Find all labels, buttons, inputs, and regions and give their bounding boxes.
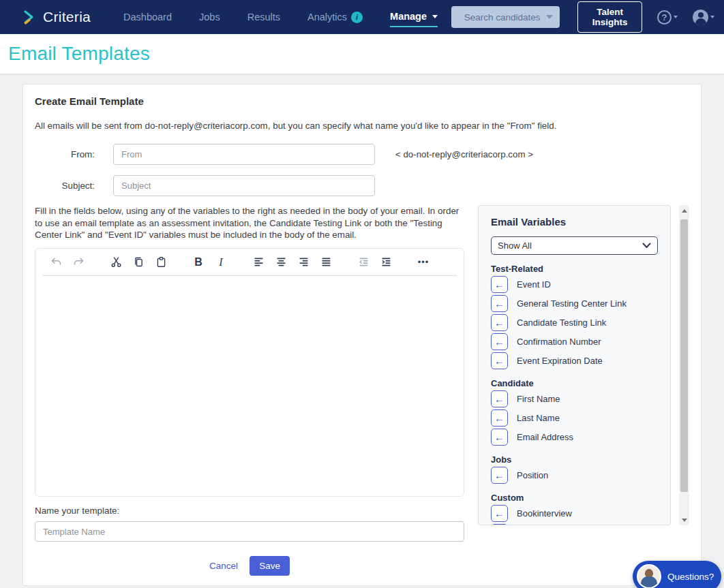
- variable-label: Event ID: [517, 279, 551, 290]
- cancel-button[interactable]: Cancel: [209, 561, 238, 571]
- variable-item: ←First Name: [491, 390, 658, 407]
- insert-variable-button[interactable]: ←: [491, 524, 508, 525]
- variable-group-heading: Jobs: [491, 454, 658, 465]
- page: Criteria Dashboard Jobs Results Analytic…: [0, 0, 724, 588]
- search-candidates-input[interactable]: Search candidates: [451, 6, 560, 28]
- more-tools-icon[interactable]: •••: [415, 254, 432, 270]
- align-left-icon[interactable]: [250, 254, 267, 270]
- insert-variable-button[interactable]: ←: [491, 295, 508, 312]
- variable-group-heading: Candidate: [491, 378, 658, 388]
- indent-icon[interactable]: [378, 254, 394, 270]
- insert-variable-button[interactable]: ←: [491, 314, 508, 331]
- variables-filter-value: Show All: [498, 241, 642, 251]
- variable-item: ←Confirmation Number: [491, 333, 658, 350]
- brand-name: Criteria: [43, 9, 91, 25]
- paste-icon[interactable]: [153, 254, 169, 270]
- template-name-input[interactable]: [35, 521, 464, 542]
- info-icon[interactable]: i: [351, 12, 363, 23]
- variables-filter-select[interactable]: Show All: [491, 236, 658, 255]
- nav-item-manage[interactable]: Manage: [376, 0, 451, 34]
- questions-chat-button[interactable]: Questions?: [633, 561, 721, 588]
- variable-label: Email Address: [517, 432, 573, 442]
- align-right-icon[interactable]: [295, 254, 312, 270]
- align-justify-icon[interactable]: [318, 254, 334, 270]
- variable-group-heading: Test-Related: [491, 264, 658, 274]
- account-menu[interactable]: [693, 10, 714, 25]
- chevron-down-icon: [674, 16, 678, 18]
- main-content: Create Email Template All emails will be…: [0, 74, 724, 586]
- align-center-icon[interactable]: [273, 254, 289, 270]
- variable-item: ←Event Expiration Date: [491, 352, 658, 369]
- card-title: Create Email Template: [35, 95, 689, 107]
- questions-label: Questions?: [667, 572, 714, 582]
- variable-label: Candidate Testing Link: [517, 318, 606, 328]
- variable-item: ←General Testing Center Link: [491, 295, 658, 312]
- variable-group-heading: Custom: [491, 493, 658, 503]
- email-variables-panel: Email Variables Show All Test-Related←Ev…: [478, 205, 671, 525]
- variable-label: Bookinterview: [517, 508, 572, 519]
- from-input[interactable]: [113, 144, 375, 165]
- chevron-down-icon: [710, 16, 714, 18]
- top-navbar: Criteria Dashboard Jobs Results Analytic…: [0, 0, 724, 34]
- variable-item: ←Bookinterview: [491, 505, 658, 522]
- rich-text-editor: B I: [35, 248, 464, 497]
- insert-variable-button[interactable]: ←: [491, 276, 508, 293]
- talent-insights-button[interactable]: Talent Insights: [577, 1, 642, 33]
- chevron-down-icon: [432, 15, 438, 18]
- insert-variable-button[interactable]: ←: [491, 352, 508, 369]
- insert-variable-button[interactable]: ←: [491, 467, 508, 484]
- bold-icon[interactable]: B: [190, 254, 207, 270]
- insert-variable-button[interactable]: ←: [491, 390, 508, 407]
- email-body-editor[interactable]: [35, 276, 464, 496]
- intro-text: All emails will be sent from do-not-repl…: [35, 121, 689, 131]
- outdent-icon[interactable]: [355, 254, 372, 270]
- variable-item: ←Last Name: [491, 409, 658, 427]
- italic-icon[interactable]: I: [213, 254, 229, 270]
- nav-item-analytics[interactable]: Analytics i: [294, 0, 376, 34]
- variable-label: Position: [517, 470, 548, 480]
- help-menu[interactable]: ?: [657, 10, 678, 25]
- criteria-x-logo-icon: [23, 9, 40, 25]
- page-header: Email Templates: [0, 34, 724, 74]
- variable-item: ←Candidate Testing Link: [491, 314, 658, 331]
- user-avatar-icon[interactable]: [693, 10, 708, 25]
- help-icon[interactable]: ?: [657, 10, 672, 25]
- insert-variable-button[interactable]: ←: [491, 429, 508, 446]
- insert-variable-button[interactable]: ←: [491, 505, 508, 522]
- insert-variable-button[interactable]: ←: [491, 409, 508, 427]
- undo-icon[interactable]: [48, 254, 64, 270]
- support-agent-avatar: [637, 564, 661, 588]
- main-nav: Dashboard Jobs Results Analytics i Manag…: [110, 0, 451, 34]
- criteria-logo[interactable]: Criteria: [23, 9, 91, 25]
- create-template-card: Create Email Template All emails will be…: [22, 84, 702, 586]
- from-address-text: < do-not-reply@criteriacorp.com >: [395, 149, 533, 159]
- nav-item-dashboard[interactable]: Dashboard: [110, 0, 185, 34]
- scrollbar-down-arrow-icon[interactable]: [679, 514, 689, 525]
- editor-toolbar: B I: [42, 249, 457, 276]
- variable-item: ←Position: [491, 467, 658, 484]
- redo-icon[interactable]: [70, 254, 87, 270]
- variables-panel-title: Email Variables: [491, 216, 658, 228]
- nav-item-results[interactable]: Results: [234, 0, 294, 34]
- template-name-label: Name your template:: [35, 506, 464, 516]
- variable-label: Event Expiration Date: [517, 356, 603, 366]
- variables-scrollbar[interactable]: [679, 205, 689, 525]
- subject-label: Subject:: [35, 181, 95, 191]
- from-label: From:: [35, 149, 95, 159]
- subject-input[interactable]: [113, 175, 375, 196]
- from-row: From: < do-not-reply@criteriacorp.com >: [35, 144, 689, 165]
- save-button[interactable]: Save: [250, 556, 290, 576]
- copy-icon[interactable]: [130, 254, 147, 270]
- search-dropdown-caret-icon[interactable]: [546, 15, 553, 19]
- subject-row: Subject:: [35, 175, 689, 196]
- insert-variable-button[interactable]: ←: [491, 333, 508, 350]
- variable-label: Confirmation Number: [517, 337, 601, 347]
- nav-item-jobs[interactable]: Jobs: [185, 0, 234, 34]
- cut-icon[interactable]: [108, 254, 124, 270]
- scrollbar-up-arrow-icon[interactable]: [679, 205, 689, 216]
- chevron-down-icon: [642, 243, 651, 249]
- variable-item: ←Email Address: [491, 429, 658, 446]
- search-placeholder: Search candidates: [458, 12, 546, 22]
- variable-label: General Testing Center Link: [517, 298, 627, 309]
- scrollbar-thumb[interactable]: [680, 219, 688, 492]
